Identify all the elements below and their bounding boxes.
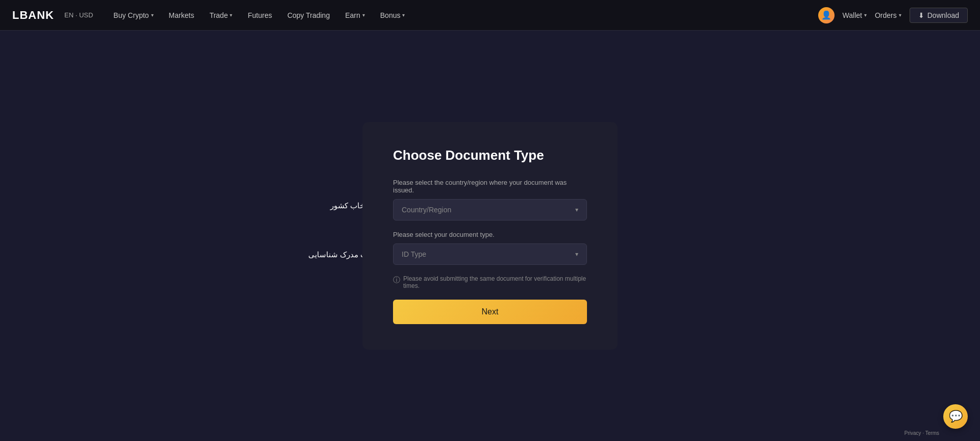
country-region-select[interactable]: Country/Region ▾ (393, 199, 587, 220)
lang-selector[interactable]: EN · USD (64, 11, 93, 19)
wallet-button[interactable]: Wallet ▾ (843, 11, 867, 19)
earn-chevron-icon: ▾ (362, 12, 365, 18)
nav-copy-trading[interactable]: Copy Trading (287, 11, 330, 19)
buy-crypto-chevron-icon: ▾ (151, 12, 154, 18)
nav-markets[interactable]: Markets (169, 11, 194, 19)
id-type-placeholder: ID Type (402, 250, 426, 258)
warning-text: Please avoid submitting the same documen… (403, 275, 587, 289)
id-type-chevron-icon: ▾ (575, 251, 578, 258)
country-region-placeholder: Country/Region (402, 206, 451, 214)
download-button[interactable]: ⬇ Download (910, 8, 968, 23)
navbar: LBANK EN · USD Buy Crypto ▾ Markets Trad… (0, 0, 980, 31)
wallet-chevron-icon: ▾ (864, 12, 867, 18)
nav-bonus[interactable]: Bonus ▾ (380, 11, 405, 19)
orders-chevron-icon: ▾ (899, 12, 901, 18)
user-avatar[interactable]: 👤 (818, 7, 835, 23)
id-type-select[interactable]: ID Type ▾ (393, 243, 587, 265)
orders-button[interactable]: Orders ▾ (875, 11, 901, 19)
nav-futures[interactable]: Futures (248, 11, 272, 19)
warning-message: ⓘ Please avoid submitting the same docum… (393, 275, 587, 289)
nav-buy-crypto[interactable]: Buy Crypto ▾ (113, 11, 153, 19)
nav-trade[interactable]: Trade ▾ (209, 11, 232, 19)
main-content: انتخاب کشور انتخاب مدرک شناسایی Choose D… (0, 31, 980, 441)
bonus-chevron-icon: ▾ (402, 12, 405, 18)
logo[interactable]: LBANK (12, 9, 54, 22)
nav-menu: Buy Crypto ▾ Markets Trade ▾ Futures Cop… (113, 11, 818, 19)
chat-icon: 💬 (949, 410, 963, 423)
id-type-label: Please select your document type. (393, 231, 587, 238)
next-button[interactable]: Next (393, 300, 587, 324)
country-chevron-icon: ▾ (575, 206, 578, 213)
nav-earn[interactable]: Earn ▾ (345, 11, 365, 19)
country-region-label: Please select the country/region where y… (393, 179, 587, 194)
warning-icon: ⓘ (393, 276, 400, 285)
trade-chevron-icon: ▾ (230, 12, 232, 18)
form-title: Choose Document Type (393, 148, 587, 163)
document-type-form: Choose Document Type Please select the c… (362, 122, 618, 350)
chat-button[interactable]: 💬 (943, 404, 968, 429)
download-icon: ⬇ (918, 11, 924, 19)
navbar-right: 👤 Wallet ▾ Orders ▾ ⬇ Download (818, 7, 968, 23)
recaptcha-badge: Privacy · Terms (904, 430, 939, 436)
